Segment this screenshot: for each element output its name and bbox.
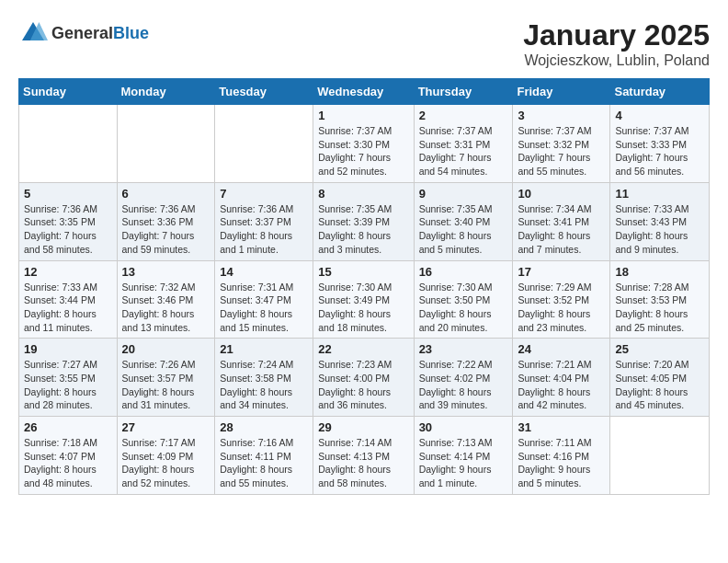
- title-block: January 2025 Wojcieszkow, Lublin, Poland: [523, 18, 710, 69]
- calendar-cell: 7Sunrise: 7:36 AM Sunset: 3:37 PM Daylig…: [215, 182, 313, 260]
- calendar-cell: 26Sunrise: 7:18 AM Sunset: 4:07 PM Dayli…: [19, 417, 118, 495]
- calendar-cell: 6Sunrise: 7:36 AM Sunset: 3:36 PM Daylig…: [117, 182, 215, 260]
- day-info: Sunrise: 7:37 AM Sunset: 3:31 PM Dayligh…: [419, 124, 508, 178]
- calendar-cell: 10Sunrise: 7:34 AM Sunset: 3:41 PM Dayli…: [513, 182, 610, 260]
- day-info: Sunrise: 7:33 AM Sunset: 3:44 PM Dayligh…: [24, 281, 112, 335]
- day-info: Sunrise: 7:18 AM Sunset: 4:07 PM Dayligh…: [24, 436, 112, 490]
- day-number: 18: [615, 265, 704, 279]
- calendar-cell: 21Sunrise: 7:24 AM Sunset: 3:58 PM Dayli…: [215, 339, 313, 417]
- day-number: 7: [220, 187, 308, 201]
- day-number: 28: [220, 420, 308, 434]
- calendar-cell: [117, 105, 215, 183]
- calendar-cell: 23Sunrise: 7:22 AM Sunset: 4:02 PM Dayli…: [414, 339, 513, 417]
- weekday-header-saturday: Saturday: [610, 79, 710, 105]
- calendar-cell: 5Sunrise: 7:36 AM Sunset: 3:35 PM Daylig…: [19, 182, 118, 260]
- logo-text-blue: Blue: [113, 24, 149, 42]
- calendar-cell: 24Sunrise: 7:21 AM Sunset: 4:04 PM Dayli…: [513, 339, 610, 417]
- day-info: Sunrise: 7:26 AM Sunset: 3:57 PM Dayligh…: [122, 358, 210, 412]
- weekday-header-wednesday: Wednesday: [313, 79, 414, 105]
- day-info: Sunrise: 7:24 AM Sunset: 3:58 PM Dayligh…: [220, 358, 308, 412]
- calendar-cell: 25Sunrise: 7:20 AM Sunset: 4:05 PM Dayli…: [610, 339, 710, 417]
- logo: GeneralBlue: [18, 18, 149, 48]
- day-number: 17: [518, 265, 605, 279]
- calendar-cell: 17Sunrise: 7:29 AM Sunset: 3:52 PM Dayli…: [513, 260, 610, 339]
- day-number: 20: [122, 342, 210, 356]
- day-info: Sunrise: 7:16 AM Sunset: 4:11 PM Dayligh…: [220, 436, 308, 490]
- day-info: Sunrise: 7:14 AM Sunset: 4:13 PM Dayligh…: [318, 436, 408, 490]
- weekday-header-sunday: Sunday: [19, 79, 118, 105]
- calendar-cell: 11Sunrise: 7:33 AM Sunset: 3:43 PM Dayli…: [610, 182, 710, 260]
- day-info: Sunrise: 7:31 AM Sunset: 3:47 PM Dayligh…: [220, 281, 308, 335]
- calendar-cell: 4Sunrise: 7:37 AM Sunset: 3:33 PM Daylig…: [610, 105, 710, 183]
- calendar-cell: 9Sunrise: 7:35 AM Sunset: 3:40 PM Daylig…: [414, 182, 513, 260]
- calendar-cell: 18Sunrise: 7:28 AM Sunset: 3:53 PM Dayli…: [610, 260, 710, 339]
- calendar-cell: 20Sunrise: 7:26 AM Sunset: 3:57 PM Dayli…: [117, 339, 215, 417]
- weekday-header-friday: Friday: [513, 79, 610, 105]
- day-number: 30: [419, 420, 508, 434]
- calendar-cell: 22Sunrise: 7:23 AM Sunset: 4:00 PM Dayli…: [313, 339, 414, 417]
- day-info: Sunrise: 7:17 AM Sunset: 4:09 PM Dayligh…: [122, 436, 210, 490]
- day-number: 31: [518, 420, 605, 434]
- calendar-cell: 27Sunrise: 7:17 AM Sunset: 4:09 PM Dayli…: [117, 417, 215, 495]
- calendar-cell: [215, 105, 313, 183]
- day-info: Sunrise: 7:29 AM Sunset: 3:52 PM Dayligh…: [518, 281, 605, 335]
- calendar-cell: 15Sunrise: 7:30 AM Sunset: 3:49 PM Dayli…: [313, 260, 414, 339]
- day-number: 26: [24, 420, 112, 434]
- week-row-3: 12Sunrise: 7:33 AM Sunset: 3:44 PM Dayli…: [19, 260, 710, 339]
- day-number: 3: [518, 109, 605, 122]
- day-number: 14: [220, 265, 308, 279]
- day-number: 27: [122, 420, 210, 434]
- day-number: 16: [419, 265, 508, 279]
- day-number: 11: [615, 187, 704, 201]
- day-number: 5: [24, 187, 112, 201]
- day-number: 12: [24, 265, 112, 279]
- day-number: 4: [615, 109, 704, 122]
- calendar-cell: 28Sunrise: 7:16 AM Sunset: 4:11 PM Dayli…: [215, 417, 313, 495]
- week-row-1: 1Sunrise: 7:37 AM Sunset: 3:30 PM Daylig…: [19, 105, 710, 183]
- calendar-cell: 1Sunrise: 7:37 AM Sunset: 3:30 PM Daylig…: [313, 105, 414, 183]
- day-info: Sunrise: 7:28 AM Sunset: 3:53 PM Dayligh…: [615, 281, 704, 335]
- calendar-cell: 2Sunrise: 7:37 AM Sunset: 3:31 PM Daylig…: [414, 105, 513, 183]
- logo-icon: [18, 18, 48, 48]
- calendar-subtitle: Wojcieszkow, Lublin, Poland: [523, 52, 710, 69]
- calendar-cell: 13Sunrise: 7:32 AM Sunset: 3:46 PM Dayli…: [117, 260, 215, 339]
- day-info: Sunrise: 7:35 AM Sunset: 3:40 PM Dayligh…: [419, 202, 508, 257]
- day-number: 9: [419, 187, 508, 201]
- calendar-cell: [19, 105, 118, 183]
- day-number: 1: [318, 109, 408, 122]
- weekday-header-monday: Monday: [117, 79, 215, 105]
- week-row-2: 5Sunrise: 7:36 AM Sunset: 3:35 PM Daylig…: [19, 182, 710, 260]
- day-number: 15: [318, 265, 408, 279]
- day-info: Sunrise: 7:13 AM Sunset: 4:14 PM Dayligh…: [419, 436, 508, 490]
- calendar-cell: [610, 417, 710, 495]
- week-row-5: 26Sunrise: 7:18 AM Sunset: 4:07 PM Dayli…: [19, 417, 710, 495]
- day-number: 8: [318, 187, 408, 201]
- calendar-cell: 29Sunrise: 7:14 AM Sunset: 4:13 PM Dayli…: [313, 417, 414, 495]
- calendar-cell: 3Sunrise: 7:37 AM Sunset: 3:32 PM Daylig…: [513, 105, 610, 183]
- day-info: Sunrise: 7:21 AM Sunset: 4:04 PM Dayligh…: [518, 358, 605, 412]
- calendar-cell: 14Sunrise: 7:31 AM Sunset: 3:47 PM Dayli…: [215, 260, 313, 339]
- calendar-cell: 8Sunrise: 7:35 AM Sunset: 3:39 PM Daylig…: [313, 182, 414, 260]
- weekday-header-thursday: Thursday: [414, 79, 513, 105]
- calendar-cell: 12Sunrise: 7:33 AM Sunset: 3:44 PM Dayli…: [19, 260, 118, 339]
- day-info: Sunrise: 7:33 AM Sunset: 3:43 PM Dayligh…: [615, 202, 704, 257]
- day-number: 29: [318, 420, 408, 434]
- calendar-table: SundayMondayTuesdayWednesdayThursdayFrid…: [18, 78, 710, 495]
- day-info: Sunrise: 7:37 AM Sunset: 3:30 PM Dayligh…: [318, 124, 408, 178]
- calendar-cell: 16Sunrise: 7:30 AM Sunset: 3:50 PM Dayli…: [414, 260, 513, 339]
- day-info: Sunrise: 7:30 AM Sunset: 3:49 PM Dayligh…: [318, 281, 408, 335]
- day-info: Sunrise: 7:11 AM Sunset: 4:16 PM Dayligh…: [518, 436, 605, 490]
- day-info: Sunrise: 7:34 AM Sunset: 3:41 PM Dayligh…: [518, 202, 605, 257]
- day-number: 22: [318, 342, 408, 356]
- calendar-cell: 30Sunrise: 7:13 AM Sunset: 4:14 PM Dayli…: [414, 417, 513, 495]
- page-header: GeneralBlue January 2025 Wojcieszkow, Lu…: [18, 18, 710, 69]
- day-info: Sunrise: 7:36 AM Sunset: 3:37 PM Dayligh…: [220, 202, 308, 257]
- day-number: 19: [24, 342, 112, 356]
- day-info: Sunrise: 7:36 AM Sunset: 3:35 PM Dayligh…: [24, 202, 112, 257]
- logo-text-general: General: [51, 24, 113, 42]
- day-info: Sunrise: 7:20 AM Sunset: 4:05 PM Dayligh…: [615, 358, 704, 412]
- day-info: Sunrise: 7:22 AM Sunset: 4:02 PM Dayligh…: [419, 358, 508, 412]
- day-number: 2: [419, 109, 508, 122]
- weekday-header-row: SundayMondayTuesdayWednesdayThursdayFrid…: [19, 79, 710, 105]
- day-info: Sunrise: 7:37 AM Sunset: 3:32 PM Dayligh…: [518, 124, 605, 178]
